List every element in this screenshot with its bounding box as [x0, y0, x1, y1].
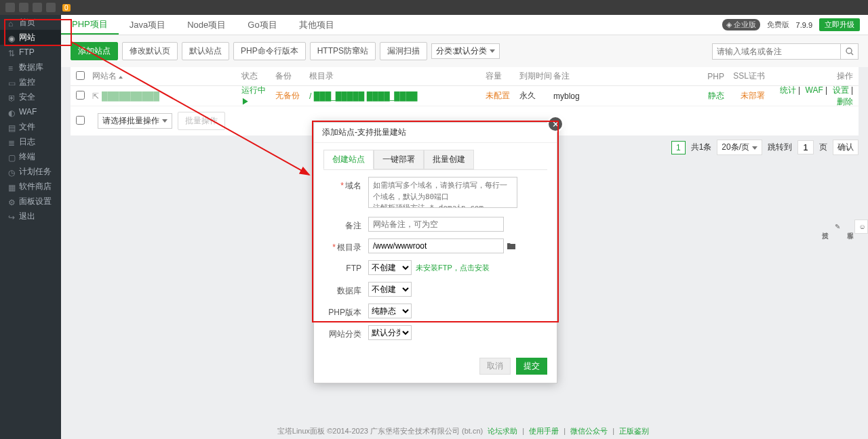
modal-title: 添加站点-支持批量建站	[314, 123, 557, 143]
close-button[interactable]: ✕	[549, 117, 562, 131]
label-ftp: FTP	[346, 264, 361, 273]
float-help[interactable]: ☺ 客服 ✎ 反馈	[854, 220, 868, 234]
domain-textarea[interactable]	[368, 177, 517, 208]
label-domain: 域名	[345, 181, 361, 190]
label-root: 根目录	[337, 243, 361, 252]
feedback-icon: ✎	[833, 223, 841, 230]
category-select-modal[interactable]: 默认分类	[368, 325, 412, 340]
label-db: 数据库	[337, 286, 361, 295]
cancel-button[interactable]: 取消	[479, 358, 511, 375]
mtab-create[interactable]: 创建站点	[323, 150, 374, 169]
modal-mask: ✕ 添加站点-支持批量建站 创建站点 一键部署 批量创建 *域名 备注 *根目录	[0, 0, 868, 439]
mtab-batch[interactable]: 批量创建	[424, 150, 474, 169]
root-input[interactable]	[368, 238, 504, 253]
close-icon: ✕	[552, 119, 559, 129]
folder-icon[interactable]	[507, 242, 516, 250]
add-site-modal: ✕ 添加站点-支持批量建站 创建站点 一键部署 批量创建 *域名 备注 *根目录	[313, 122, 557, 383]
help-icon: ☺	[859, 223, 866, 230]
ftp-select[interactable]: 不创建	[368, 260, 412, 275]
ftp-hint[interactable]: 未安装FTP，点击安装	[416, 263, 490, 273]
php-select[interactable]: 纯静态	[368, 304, 412, 318]
submit-button[interactable]: 提交	[516, 358, 547, 375]
db-select[interactable]: 不创建	[368, 282, 412, 297]
label-php: PHP版本	[328, 308, 361, 317]
remark-input[interactable]	[368, 217, 504, 232]
label-remark: 备注	[345, 221, 361, 230]
mtab-deploy[interactable]: 一键部署	[374, 150, 424, 169]
label-category: 网站分类	[329, 329, 361, 339]
